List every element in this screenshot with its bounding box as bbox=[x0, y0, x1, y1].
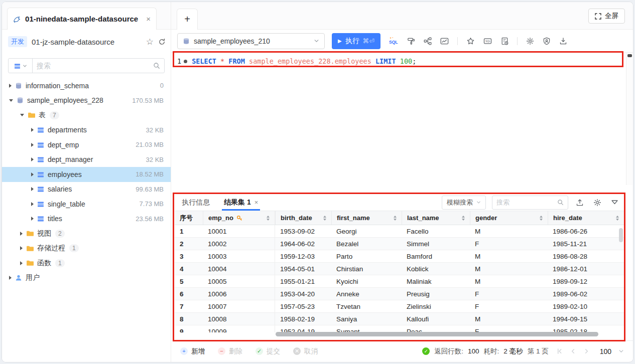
sort-icon[interactable] bbox=[320, 216, 326, 221]
cell[interactable]: Zielinski bbox=[402, 300, 470, 312]
tree-item-视图[interactable]: 视图2 bbox=[2, 226, 171, 241]
refresh-icon[interactable] bbox=[158, 38, 166, 46]
close-icon[interactable]: × bbox=[146, 15, 151, 23]
cell[interactable]: 1959-12-03 bbox=[275, 250, 331, 262]
cell[interactable]: 3 bbox=[175, 250, 203, 262]
cell[interactable]: Parto bbox=[331, 250, 402, 262]
cell[interactable]: Koblick bbox=[402, 263, 470, 275]
caret-icon[interactable] bbox=[9, 84, 12, 88]
execute-button[interactable]: ▶ 执行 ⌘⏎ bbox=[332, 33, 380, 49]
action-取消[interactable]: ✕取消 bbox=[293, 347, 318, 356]
column-header-first_name[interactable]: first_name bbox=[331, 211, 402, 225]
cell[interactable]: 1953-04-20 bbox=[275, 288, 331, 300]
cell[interactable]: 1986-12-01 bbox=[548, 263, 624, 275]
cell[interactable]: M bbox=[470, 313, 548, 325]
cell[interactable]: 6 bbox=[175, 288, 203, 300]
settings-icon[interactable] bbox=[526, 37, 534, 45]
table-row[interactable]: 7100071957-05-23TzvetanZielinskiF1989-02… bbox=[175, 300, 624, 313]
cell[interactable]: 1985-02-18 bbox=[548, 325, 624, 332]
fuzzy-search-select[interactable]: 模糊搜索 bbox=[442, 196, 486, 210]
format-sql-icon[interactable] bbox=[407, 37, 415, 45]
results-search-input[interactable] bbox=[492, 199, 553, 206]
caret-icon[interactable] bbox=[20, 246, 23, 250]
caret-icon[interactable] bbox=[20, 232, 23, 236]
tree-item-single_table[interactable]: single_table7.73 MB bbox=[2, 197, 171, 212]
cell[interactable]: F bbox=[470, 300, 548, 312]
sql-line[interactable]: 1 SELECT * FROM sample_employees_228.emp… bbox=[177, 55, 416, 67]
caret-icon[interactable] bbox=[31, 143, 34, 147]
cell[interactable]: Georgi bbox=[331, 225, 402, 237]
tree-item-函数[interactable]: 函数1 bbox=[2, 256, 171, 271]
cell[interactable]: F bbox=[470, 325, 548, 332]
cell[interactable]: Maliniak bbox=[402, 275, 470, 287]
execution-plan-icon[interactable] bbox=[424, 37, 432, 45]
table-row[interactable]: 6100061953-04-20AnnekePreusigF1989-06-02 bbox=[175, 288, 624, 300]
cell[interactable]: 10005 bbox=[203, 275, 275, 287]
cell[interactable]: 10004 bbox=[203, 263, 275, 275]
tab-result-set[interactable]: 结果集 1 × bbox=[224, 194, 258, 211]
cell[interactable]: Tzvetan bbox=[331, 300, 402, 312]
scrollbar-thumb[interactable] bbox=[619, 228, 623, 242]
new-tab-button[interactable]: + bbox=[177, 9, 198, 30]
tree-item-dept_emp[interactable]: dept_emp21.03 MB bbox=[2, 137, 171, 152]
history-icon[interactable] bbox=[500, 37, 509, 45]
sort-icon[interactable] bbox=[264, 216, 270, 221]
close-icon[interactable]: × bbox=[255, 199, 259, 206]
cell[interactable]: 1986-06-26 bbox=[548, 225, 624, 237]
cell[interactable]: Kyoichi bbox=[331, 275, 402, 287]
caret-icon[interactable] bbox=[9, 276, 12, 280]
database-selector[interactable]: sample_employees_210 bbox=[177, 33, 325, 49]
action-删除[interactable]: −删除 bbox=[218, 347, 242, 356]
grid-vertical-scrollbar[interactable] bbox=[618, 227, 624, 332]
tree-item-表[interactable]: 表7 bbox=[2, 108, 171, 123]
action-提交[interactable]: ✓提交 bbox=[256, 347, 280, 356]
tree-item-departments[interactable]: departments32 KB bbox=[2, 123, 171, 138]
search-icon[interactable] bbox=[149, 62, 164, 69]
table-row[interactable]: 1100011953-09-02GeorgiFacelloM1986-06-26 bbox=[175, 225, 624, 238]
tab-execution-info[interactable]: 执行信息 bbox=[182, 198, 210, 207]
table-row[interactable]: 8100081958-02-19SaniyaKalloufiM1994-09-1… bbox=[175, 313, 624, 325]
tree-item-用户[interactable]: 用户 bbox=[2, 271, 171, 286]
cell[interactable]: 8 bbox=[175, 313, 203, 325]
next-page-icon[interactable] bbox=[583, 348, 590, 354]
cell[interactable]: 1986-08-28 bbox=[548, 250, 624, 262]
cell[interactable]: 1964-06-02 bbox=[275, 238, 331, 250]
cell[interactable]: 9 bbox=[175, 325, 203, 332]
column-header-last_name[interactable]: last_name bbox=[402, 211, 470, 225]
cell[interactable]: Peac bbox=[402, 325, 470, 332]
caret-icon[interactable] bbox=[31, 217, 34, 221]
column-header-gender[interactable]: gender bbox=[470, 211, 548, 225]
chart-icon[interactable] bbox=[440, 37, 449, 45]
favorite-icon[interactable]: ☆ bbox=[146, 37, 154, 47]
table-row[interactable]: 9100091952-04-19SumantPeacF1985-02-18 bbox=[175, 325, 624, 332]
export-icon[interactable] bbox=[574, 199, 585, 207]
cell[interactable]: 1958-02-19 bbox=[275, 313, 331, 325]
cell[interactable]: 1957-05-23 bbox=[275, 300, 331, 312]
cell[interactable]: 10001 bbox=[203, 225, 275, 237]
tree-item-titles[interactable]: titles23.56 MB bbox=[2, 212, 171, 227]
cell[interactable]: 10007 bbox=[203, 300, 275, 312]
cell[interactable]: Facello bbox=[402, 225, 470, 237]
table-row[interactable]: 3100031959-12-03PartoBamfordM1986-08-28 bbox=[175, 250, 624, 263]
cell[interactable]: 1989-09-12 bbox=[548, 275, 624, 287]
sort-icon[interactable] bbox=[391, 216, 397, 221]
cell[interactable]: 10006 bbox=[203, 288, 275, 300]
caret-icon[interactable] bbox=[9, 99, 13, 102]
grid-horizontal-scrollbar[interactable] bbox=[276, 332, 598, 336]
cell[interactable]: 1952-04-19 bbox=[275, 325, 331, 332]
tree-item-存储过程[interactable]: 存储过程1 bbox=[2, 241, 171, 256]
column-header-序号[interactable]: 序号 bbox=[175, 211, 203, 225]
cell[interactable]: Bezalel bbox=[331, 238, 402, 250]
caret-icon[interactable] bbox=[20, 261, 23, 265]
cell[interactable]: F bbox=[470, 288, 548, 300]
cell[interactable]: 1955-01-21 bbox=[275, 275, 331, 287]
workspace-tab[interactable]: 01-ninedata-sample-datasource × bbox=[7, 8, 157, 30]
cell[interactable]: 1994-09-15 bbox=[548, 313, 624, 325]
cell[interactable]: 7 bbox=[175, 300, 203, 312]
cell[interactable]: M bbox=[470, 225, 548, 237]
sql-editor[interactable]: 1 SELECT * FROM sample_employees_228.emp… bbox=[171, 53, 633, 188]
column-header-hire_date[interactable]: hire_date bbox=[548, 211, 624, 225]
cell[interactable]: 1954-05-01 bbox=[275, 263, 331, 275]
table-row[interactable]: 2100021964-06-02BezalelSimmelF1985-11-21 bbox=[175, 238, 624, 250]
download-icon[interactable] bbox=[559, 37, 567, 45]
